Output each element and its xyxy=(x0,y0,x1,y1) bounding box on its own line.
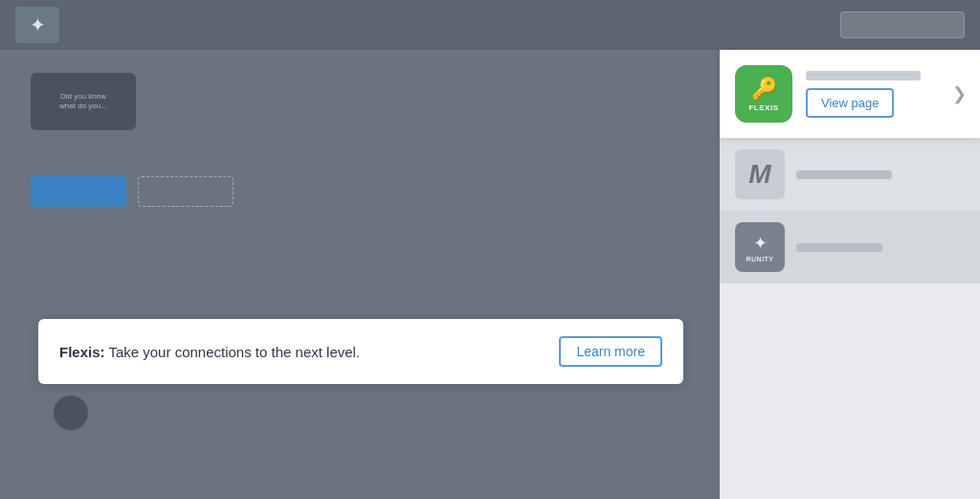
runity-logo: ✦ RUNITY xyxy=(735,222,785,272)
chevron-right-icon: ❯ xyxy=(952,83,967,104)
buttons-row xyxy=(31,176,716,207)
content-area: Did you know what do you... xyxy=(0,50,731,499)
dark-card-text: Did you know what do you... xyxy=(59,92,107,112)
banner-notification: Flexis: Take your connections to the nex… xyxy=(38,319,683,384)
learn-more-button[interactable]: Learn more xyxy=(559,336,662,367)
runity-info xyxy=(796,243,965,252)
flexis-logo: 🔑 FLEXIS xyxy=(735,65,792,123)
flexis-key-icon: 🔑 xyxy=(751,77,777,102)
flexis-logo-label: FLEXIS xyxy=(748,103,778,112)
flexis-info: View page xyxy=(806,71,965,118)
runity-icon: ✦ xyxy=(753,233,768,254)
banner-text: Flexis: Take your connections to the nex… xyxy=(59,344,360,360)
m-info xyxy=(796,170,965,179)
view-page-button[interactable]: View page xyxy=(806,88,894,118)
m-item: M xyxy=(720,138,980,211)
banner-brand: Flexis: xyxy=(59,344,105,360)
m-logo: M xyxy=(735,149,785,199)
app-logo-icon: ✦ xyxy=(30,13,46,36)
banner-message: Take your connections to the next level. xyxy=(105,344,361,360)
runity-item: ✦ RUNITY xyxy=(720,211,980,284)
primary-button[interactable] xyxy=(31,176,126,207)
secondary-button[interactable] xyxy=(138,176,234,207)
flexis-title-placeholder xyxy=(806,71,921,80)
logo-box: ✦ xyxy=(15,7,59,43)
flexis-card: 🔑 FLEXIS View page ❯ xyxy=(720,50,980,138)
right-panel: 🔑 FLEXIS View page ❯ M ✦ RUNITY xyxy=(720,50,980,499)
runity-logo-label: RUNITY xyxy=(746,256,773,262)
dark-card: Did you know what do you... xyxy=(31,73,136,130)
runity-title-placeholder xyxy=(796,243,882,252)
top-bar: ✦ xyxy=(0,0,980,50)
m-letter: M xyxy=(748,159,770,190)
m-title-placeholder xyxy=(796,170,892,179)
search-box[interactable] xyxy=(840,11,965,38)
user-avatar xyxy=(54,396,88,430)
